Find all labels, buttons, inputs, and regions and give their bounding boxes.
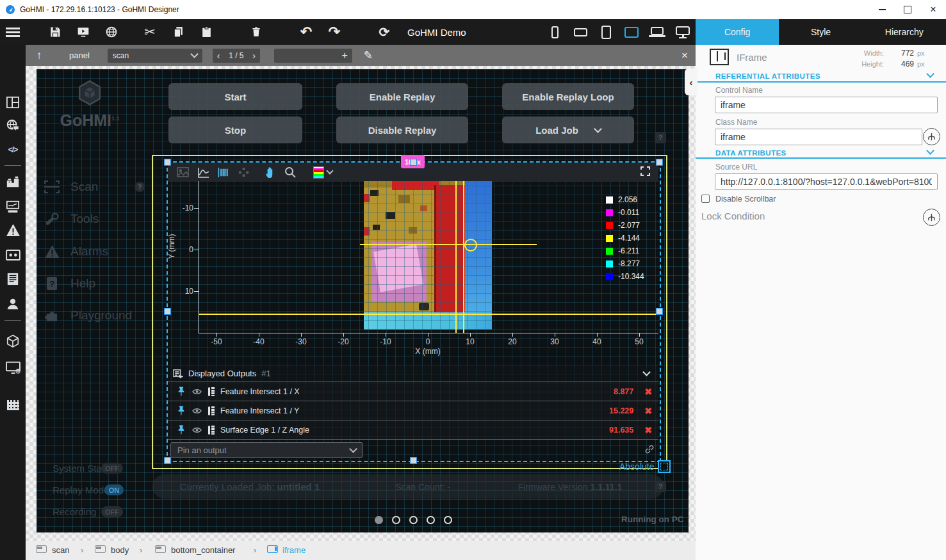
breadcrumb-item-iframe[interactable]: iframe xyxy=(282,545,306,555)
pager-next-button[interactable]: › xyxy=(252,51,256,61)
viewer-colormap-button[interactable] xyxy=(313,166,332,179)
disable-replay-button[interactable]: Disable Replay xyxy=(336,116,468,143)
menu-item-alarms[interactable]: Alarms xyxy=(70,244,108,259)
canvas-help-badge[interactable]: ? xyxy=(655,132,666,143)
delete-button[interactable] xyxy=(242,19,270,45)
device-laptop-button[interactable] xyxy=(644,19,670,45)
tab-style[interactable]: Style xyxy=(779,19,862,45)
preview-button[interactable] xyxy=(69,19,97,45)
pin-icon[interactable] xyxy=(177,386,186,397)
copy-button[interactable] xyxy=(164,19,192,45)
viewer-intensity-button[interactable] xyxy=(218,167,229,178)
scan-help-badge[interactable]: ? xyxy=(135,182,145,192)
paste-button[interactable] xyxy=(192,19,220,45)
outputs-header[interactable]: Displayed Outputs #1 xyxy=(168,365,658,382)
menu-tools-icon[interactable] xyxy=(42,211,61,227)
menu-help-icon[interactable]: ? xyxy=(42,276,61,291)
localization-button[interactable] xyxy=(0,116,26,135)
menu-item-playground[interactable]: Playground xyxy=(70,308,132,323)
viewer-pan-button[interactable] xyxy=(265,166,276,179)
menu-alarms-icon[interactable] xyxy=(42,244,61,259)
page-dot-4[interactable] xyxy=(427,516,435,524)
position-mode-label[interactable]: Absolute xyxy=(619,461,654,472)
new-page-input[interactable]: + xyxy=(274,49,352,63)
menu-button[interactable] xyxy=(0,19,26,45)
start-button[interactable]: Start xyxy=(168,83,302,110)
expand-rail-button[interactable]: › xyxy=(0,556,26,560)
viewer-image-button[interactable] xyxy=(177,167,189,177)
menu-playground-icon[interactable] xyxy=(42,308,61,323)
breadcrumb-item-scan[interactable]: scan xyxy=(52,545,69,555)
redo-button[interactable]: ↷ xyxy=(320,19,348,45)
move-up-button[interactable]: ↑ xyxy=(28,49,50,62)
viewer-pointcloud-button[interactable] xyxy=(238,167,250,178)
link-icon[interactable] xyxy=(644,444,655,457)
alarms-button[interactable] xyxy=(0,220,26,239)
globe-button[interactable] xyxy=(97,19,126,45)
edit-page-button[interactable]: ✎ xyxy=(364,49,373,62)
page-select[interactable]: scan xyxy=(108,49,202,63)
menu-item-help[interactable]: Help xyxy=(70,276,95,291)
enable-replay-button[interactable]: Enable Replay xyxy=(336,83,468,110)
lock-condition-bind-button[interactable] xyxy=(923,209,940,226)
remove-output-button[interactable]: ✖ xyxy=(644,387,652,397)
close-page-bar-button[interactable]: × xyxy=(681,49,688,62)
page-dot-3[interactable] xyxy=(409,516,418,524)
resize-handle-n[interactable] xyxy=(410,159,417,166)
close-button[interactable]: × xyxy=(920,1,946,19)
control-name-input[interactable] xyxy=(715,97,938,113)
source-url-input[interactable] xyxy=(715,173,938,190)
save-button[interactable] xyxy=(41,19,69,45)
pager-prev-button[interactable]: ‹ xyxy=(217,51,220,61)
page-dot-1[interactable] xyxy=(375,516,383,524)
device-phone-portrait-button[interactable] xyxy=(542,19,567,45)
maximize-button[interactable] xyxy=(895,1,920,19)
layout-panels-button[interactable] xyxy=(0,93,26,112)
status-help-badge[interactable]: ? xyxy=(655,481,666,492)
eye-icon[interactable] xyxy=(192,387,202,396)
enable-replay-loop-button[interactable]: Enable Replay Loop xyxy=(502,83,634,110)
resize-handle-e[interactable] xyxy=(656,308,663,315)
disable-scrollbar-checkbox[interactable] xyxy=(701,195,710,203)
code-button[interactable]: </> xyxy=(0,140,26,159)
resize-handle-sw[interactable] xyxy=(164,457,171,464)
recorder-button[interactable] xyxy=(0,245,26,264)
breadcrumb-item-bottom-container[interactable]: bottom_container xyxy=(171,545,235,555)
menu-item-scan[interactable]: Scan xyxy=(70,180,98,194)
cut-button[interactable]: ✂ xyxy=(136,19,164,45)
remove-output-button[interactable]: ✖ xyxy=(644,425,652,435)
collapse-panel-tab[interactable]: ‹ xyxy=(685,68,697,95)
breadcrumb-item-body[interactable]: body xyxy=(111,545,129,555)
menu-scan-icon[interactable] xyxy=(42,179,61,195)
machine-button[interactable] xyxy=(0,172,26,191)
add-page-button[interactable]: + xyxy=(341,50,347,61)
eye-icon[interactable] xyxy=(192,426,202,435)
objects-button[interactable] xyxy=(0,332,26,351)
device-phone-landscape-button[interactable] xyxy=(567,19,593,45)
load-job-button[interactable]: Load Job xyxy=(502,116,634,143)
keypad-button[interactable] xyxy=(0,396,26,415)
resize-handle-nw[interactable] xyxy=(164,159,171,166)
tab-hierarchy[interactable]: Hierarchy xyxy=(863,19,946,45)
page-dot-2[interactable] xyxy=(392,516,400,524)
pin-output-select[interactable]: Pin an output xyxy=(170,442,363,458)
device-tablet-portrait-button[interactable] xyxy=(593,19,619,45)
pin-icon[interactable] xyxy=(177,424,186,435)
undo-button[interactable]: ↶ xyxy=(292,19,320,45)
device-tablet-landscape-button[interactable] xyxy=(619,19,644,45)
stop-button[interactable]: Stop xyxy=(168,116,302,143)
dashboard-button[interactable] xyxy=(0,197,26,216)
eye-icon[interactable] xyxy=(192,406,202,415)
minimize-button[interactable] xyxy=(869,1,895,19)
viewer-profile-button[interactable] xyxy=(197,167,209,178)
logs-button[interactable] xyxy=(0,269,26,289)
remove-output-button[interactable]: ✖ xyxy=(644,406,652,416)
users-button[interactable] xyxy=(0,294,26,314)
pin-icon[interactable] xyxy=(177,405,186,416)
chevron-down-icon[interactable] xyxy=(642,368,651,376)
class-name-input[interactable] xyxy=(715,129,922,145)
viewer-zoom-button[interactable] xyxy=(284,166,296,178)
resize-handle-s[interactable] xyxy=(410,457,417,464)
resize-handle-w[interactable] xyxy=(164,308,171,315)
refresh-button[interactable]: ⟳ xyxy=(370,19,398,45)
